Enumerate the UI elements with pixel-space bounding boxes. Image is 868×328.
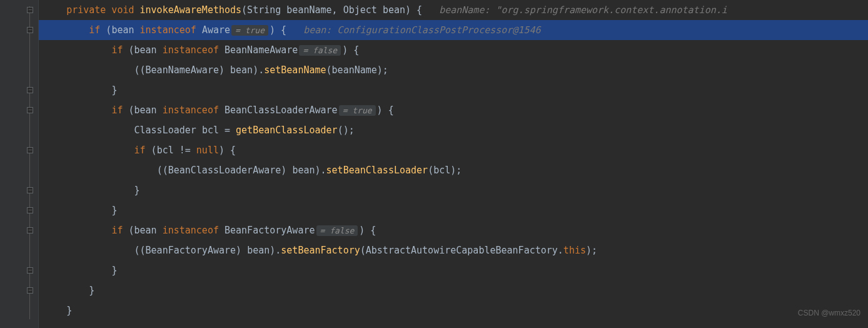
token-punct: ) { <box>219 145 236 156</box>
token-punct: != <box>174 145 196 156</box>
token-param: bean <box>247 245 270 256</box>
token-hint-debug: bean: ConfigurationClassPostProcessor@15… <box>303 24 540 36</box>
token-punct: ((BeanClassLoaderAware) <box>157 165 293 176</box>
token-param: bean <box>383 4 405 16</box>
code-line[interactable]: ((BeanFactoryAware) bean).setBeanFactory… <box>39 240 868 260</box>
token-kw: if <box>111 105 128 116</box>
token-method: setBeanClassLoader <box>326 165 428 176</box>
watermark-text: CSDN @wmxz520 <box>798 303 860 323</box>
token-type: BeanClassLoaderAware <box>225 105 338 116</box>
code-line[interactable]: ((BeanClassLoaderAware) bean).setBeanCla… <box>39 160 868 180</box>
token-whitespace <box>44 265 111 276</box>
token-kw: null <box>196 145 219 156</box>
fold-toggle-icon[interactable] <box>26 267 34 274</box>
token-inline-eval: = false <box>316 225 358 236</box>
token-whitespace <box>44 145 134 156</box>
code-line[interactable]: } <box>39 300 868 320</box>
token-method: getBeanClassLoader <box>236 125 338 136</box>
token-param: bcl <box>157 145 174 156</box>
token-whitespace <box>44 125 134 136</box>
token-punct: ( <box>128 44 134 56</box>
editor-gutter <box>0 0 39 328</box>
token-punct: } <box>66 305 72 316</box>
token-punct: (); <box>338 125 355 136</box>
code-line[interactable]: if (bean instanceof Aware= true) { bean:… <box>39 20 868 40</box>
token-param: bcl <box>202 125 219 136</box>
code-line[interactable]: if (bean instanceof BeanFactoryAware= fa… <box>39 220 868 240</box>
code-line[interactable]: } <box>39 280 868 300</box>
token-whitespace <box>44 4 66 16</box>
fold-toggle-icon[interactable] <box>26 26 34 34</box>
fold-toggle-icon[interactable] <box>26 6 34 14</box>
code-editor-area[interactable]: private void invokeAwareMethods(String b… <box>39 0 868 328</box>
token-punct: } <box>89 285 94 296</box>
token-whitespace <box>44 225 111 236</box>
token-punct: } <box>111 85 117 96</box>
token-punct: } <box>111 205 117 216</box>
token-kw: if <box>134 145 151 156</box>
fold-toggle-icon[interactable] <box>26 227 34 234</box>
token-param: bean <box>134 225 163 236</box>
token-punct: } <box>134 185 140 196</box>
token-param: beanName <box>286 4 331 16</box>
token-type: ClassLoader <box>134 125 202 136</box>
fold-toggle-icon[interactable] <box>26 207 34 214</box>
token-kw: instanceof <box>140 24 202 36</box>
code-line[interactable]: if (bean instanceof BeanNameAware= false… <box>39 40 868 60</box>
token-param: bean <box>111 24 139 36</box>
code-line[interactable]: if (bean instanceof BeanClassLoaderAware… <box>39 100 868 120</box>
token-whitespace <box>44 185 134 196</box>
token-punct: ); <box>586 245 597 256</box>
token-whitespace <box>44 205 111 216</box>
token-method: setBeanFactory <box>281 245 360 256</box>
token-hint-debug: beanName: "org.springframework.context.a… <box>439 4 727 16</box>
code-line[interactable]: } <box>39 200 868 220</box>
token-punct: ) { <box>342 44 359 56</box>
token-param: bcl <box>433 165 450 176</box>
token-punct: } <box>111 265 117 276</box>
token-kw: this <box>563 245 586 256</box>
token-whitespace <box>44 44 111 56</box>
token-inline-eval: = true <box>339 105 376 116</box>
token-punct: ( <box>326 64 332 76</box>
code-line[interactable]: private void invokeAwareMethods(String b… <box>39 0 868 20</box>
token-punct: ( <box>128 105 134 116</box>
token-param: bean <box>292 165 315 176</box>
token-punct: ). <box>270 245 281 256</box>
fold-toggle-icon[interactable] <box>26 146 34 154</box>
token-whitespace <box>44 165 157 176</box>
token-param: bean <box>134 105 163 116</box>
token-kw: if <box>89 24 106 36</box>
token-punct: ). <box>315 165 326 176</box>
token-punct: = <box>219 125 236 136</box>
token-punct: ( <box>151 145 157 156</box>
code-line[interactable]: if (bcl != null) { <box>39 140 868 160</box>
token-kw: instanceof <box>163 44 225 56</box>
token-whitespace <box>44 64 134 76</box>
code-line[interactable]: ((BeanNameAware) bean).setBeanName(beanN… <box>39 60 868 80</box>
code-line[interactable]: } <box>39 80 868 100</box>
fold-toggle-icon[interactable] <box>26 287 34 294</box>
token-punct: ) { <box>377 105 394 116</box>
fold-toggle-icon[interactable] <box>26 86 34 94</box>
token-punct: ). <box>253 64 264 76</box>
token-whitespace <box>44 85 111 96</box>
fold-toggle-icon[interactable] <box>26 187 34 194</box>
token-whitespace <box>44 245 134 256</box>
fold-toggle-icon[interactable] <box>26 106 34 114</box>
token-inline-eval: = true <box>231 25 268 36</box>
token-whitespace <box>44 105 111 116</box>
token-param: bean <box>134 44 163 56</box>
code-line[interactable]: ClassLoader bcl = getBeanClassLoader(); <box>39 120 868 140</box>
token-type: BeanNameAware <box>225 44 298 56</box>
token-kw: if <box>111 44 128 56</box>
token-kw: instanceof <box>163 225 225 236</box>
token-punct: ( <box>428 165 433 176</box>
token-punct: ); <box>377 64 388 76</box>
token-type: BeanFactoryAware <box>225 225 315 236</box>
token-punct: ((BeanNameAware) <box>134 64 231 76</box>
token-method: invokeAwareMethods <box>140 4 242 16</box>
token-punct: ((BeanFactoryAware) <box>134 245 248 256</box>
code-line[interactable]: } <box>39 260 868 280</box>
code-line[interactable]: } <box>39 180 868 200</box>
